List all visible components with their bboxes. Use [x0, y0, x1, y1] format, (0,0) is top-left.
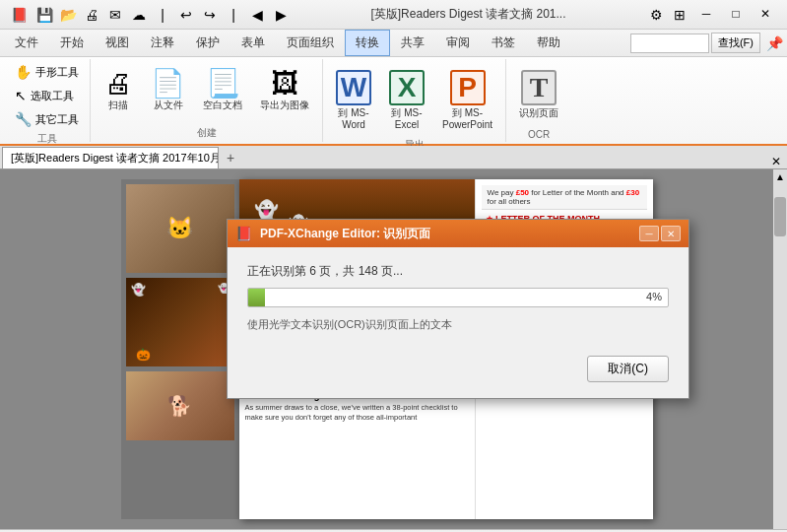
menu-start[interactable]: 开始 — [49, 30, 95, 56]
scan-button[interactable]: 🖨 扫描 — [97, 65, 140, 116]
export-image-button[interactable]: 🖼 导出为图像 — [253, 65, 316, 116]
image-icon: 🖼 — [271, 70, 298, 98]
from-file-button[interactable]: 📄 从文件 — [144, 65, 192, 116]
to-word-button[interactable]: W 到 MS-Word — [329, 65, 378, 136]
to-ppt-button[interactable]: P 到 MS-PowerPoint — [435, 65, 499, 136]
cloud-icon[interactable]: ☁ — [128, 4, 150, 26]
excel-icon: X — [389, 70, 425, 105]
close-document-button[interactable]: ✕ — [771, 155, 781, 168]
hand-icon: ✋ — [15, 64, 32, 80]
print-icon[interactable]: 🖨 — [81, 4, 102, 26]
tools-group-label: 工具 — [37, 130, 57, 146]
hand-tool[interactable]: ✋ 手形工具 — [10, 61, 84, 83]
redo-icon[interactable]: ↪ — [199, 4, 221, 26]
search-box: 查找(F) 📌 — [630, 30, 783, 56]
open-icon[interactable]: 📂 — [57, 4, 79, 26]
menu-protect[interactable]: 保护 — [185, 30, 230, 56]
amount1: £50 — [516, 188, 529, 197]
menu-form[interactable]: 表单 — [230, 30, 276, 56]
menu-view[interactable]: 视图 — [95, 30, 140, 56]
menu-file[interactable]: 文件 — [4, 30, 49, 56]
separator2: | — [223, 4, 244, 26]
create-group-label: 创建 — [197, 124, 217, 140]
to-excel-button[interactable]: X 到 MS-Excel — [382, 65, 431, 136]
progress-bar: 4% — [247, 288, 669, 307]
tab-close-area: ✕ — [771, 155, 785, 168]
menu-annotate[interactable]: 注释 — [140, 30, 185, 56]
progress-label: 4% — [646, 291, 662, 302]
menu-bar: 文件 开始 视图 注释 保护 表单 页面组织 转换 共享 审阅 书签 帮助 查找… — [0, 30, 787, 57]
create-buttons: 🖨 扫描 📄 从文件 📃 空白文档 🖼 导出为图像 — [97, 61, 316, 124]
scroll-up-button[interactable]: ▲ — [773, 169, 787, 183]
window-controls: ⚙ ⊞ ─ □ ✕ — [645, 4, 779, 26]
menu-pageorg[interactable]: 页面组织 — [276, 30, 345, 56]
dialog-app-icon: 📕 — [235, 226, 252, 241]
email-icon[interactable]: ✉ — [104, 4, 126, 26]
menu-convert[interactable]: 转换 — [345, 30, 390, 56]
ghost-icon: 👻 — [131, 283, 146, 297]
back-icon[interactable]: ◀ — [246, 4, 268, 26]
save-icon[interactable]: 💾 — [33, 4, 55, 26]
export-buttons: W 到 MS-Word X 到 MS-Excel P 到 MS-PowerPoi… — [329, 61, 499, 136]
close-button[interactable]: ✕ — [752, 4, 779, 24]
word-icon: W — [336, 70, 371, 105]
ribbon-group-tools: ✋ 手形工具 ↖ 选取工具 🔧 其它工具 工具 — [4, 59, 91, 142]
ocr-icon: T — [521, 70, 557, 105]
menu-share[interactable]: 共享 — [390, 30, 435, 56]
ocr-buttons: T 识别页面 — [512, 61, 565, 127]
scan-icon: 🖨 — [104, 70, 132, 98]
ribbon-group-export: W 到 MS-Word X 到 MS-Excel P 到 MS-PowerPoi… — [323, 59, 506, 142]
new-tab-button[interactable]: + — [219, 147, 242, 168]
recognize-page-button[interactable]: T 识别页面 — [512, 65, 565, 124]
ppt-icon: P — [450, 70, 486, 105]
search-input[interactable] — [630, 33, 709, 53]
other-tools[interactable]: 🔧 其它工具 — [10, 108, 84, 130]
menu-review[interactable]: 审阅 — [435, 30, 481, 56]
document-tab[interactable]: [英版]Readers Digest 读者文摘 2017年10月刊 ✕ — [2, 147, 219, 168]
amount2: £30 — [626, 188, 639, 197]
ribbon-group-create: 🖨 扫描 📄 从文件 📃 空白文档 🖼 导出为图像 创建 — [91, 59, 323, 142]
ocr-dialog: 📕 PDF-XChange Editor: 识别页面 ─ ✕ 正在识别第 6 页… — [227, 219, 689, 399]
blank-doc-button[interactable]: 📃 空白文档 — [196, 65, 249, 116]
page-right-header: We pay £50 for Letter of the Month and £… — [482, 185, 647, 210]
maximize-button[interactable]: □ — [722, 4, 750, 24]
left-panel: 🐱 👻 🎃 👻 🐕 — [121, 179, 239, 519]
blank-icon: 📃 — [206, 70, 240, 98]
window-settings-icon[interactable]: ⚙ — [645, 4, 667, 26]
progress-fill — [248, 289, 265, 306]
menu-bookmarks[interactable]: 书签 — [481, 30, 526, 56]
scroll-thumb[interactable] — [774, 197, 786, 236]
app-logo: 📕 — [8, 4, 30, 26]
dialog-window-controls: ─ ✕ — [639, 226, 681, 241]
pin-icon[interactable]: 📌 — [766, 35, 783, 51]
ribbon: ✋ 手形工具 ↖ 选取工具 🔧 其它工具 工具 🖨 扫描 📄 从文件 — [0, 57, 787, 146]
cancel-button[interactable]: 取消(C) — [587, 356, 669, 382]
pumpkin-icon: 🎃 — [136, 348, 151, 362]
ocr-status-text: 正在识别第 6 页，共 148 页... — [247, 263, 669, 280]
file-icon: 📄 — [151, 70, 185, 98]
select-icon: ↖ — [15, 88, 27, 103]
ocr-group-label: OCR — [528, 127, 550, 140]
ribbon-group-ocr: T 识别页面 OCR — [506, 59, 571, 142]
dialog-footer: 取消(C) — [228, 348, 689, 398]
vertical-scrollbar[interactable]: ▲ — [773, 169, 787, 529]
select-tool[interactable]: ↖ 选取工具 — [10, 85, 84, 106]
forward-icon[interactable]: ▶ — [270, 4, 292, 26]
ocr-description: 使用光学文本识别(OCR)识别页面上的文本 — [247, 317, 669, 332]
title-bar: 📕 💾 📂 🖨 ✉ ☁ | ↩ ↪ | ◀ ▶ [英版]Readers Dige… — [0, 0, 787, 30]
dialog-close-button[interactable]: ✕ — [661, 226, 681, 241]
menu-help[interactable]: 帮助 — [526, 30, 571, 56]
undo-icon[interactable]: ↩ — [175, 4, 197, 26]
expand-icon[interactable]: ⊞ — [669, 4, 690, 26]
document-content: 🐱 👻 🎃 👻 🐕 👻 👻 🎃 — [0, 169, 787, 529]
tools-list: ✋ 手形工具 ↖ 选取工具 🔧 其它工具 — [10, 61, 84, 130]
dog-thumbnail: 🐕 — [126, 371, 234, 440]
dialog-title: PDF-XChange Editor: 识别页面 — [260, 226, 631, 242]
halloween-thumbnail: 👻 🎃 👻 — [126, 278, 234, 366]
search-button[interactable]: 查找(F) — [711, 33, 760, 53]
cat-thumbnail: 🐱 — [126, 184, 234, 273]
window-title: [英版]Readers Digest 读者文摘 201... — [292, 6, 645, 23]
minimize-button[interactable]: ─ — [692, 4, 720, 24]
tab-bar: [英版]Readers Digest 读者文摘 2017年10月刊 ✕ + ✕ — [0, 146, 787, 169]
dialog-minimize-button[interactable]: ─ — [639, 226, 659, 241]
